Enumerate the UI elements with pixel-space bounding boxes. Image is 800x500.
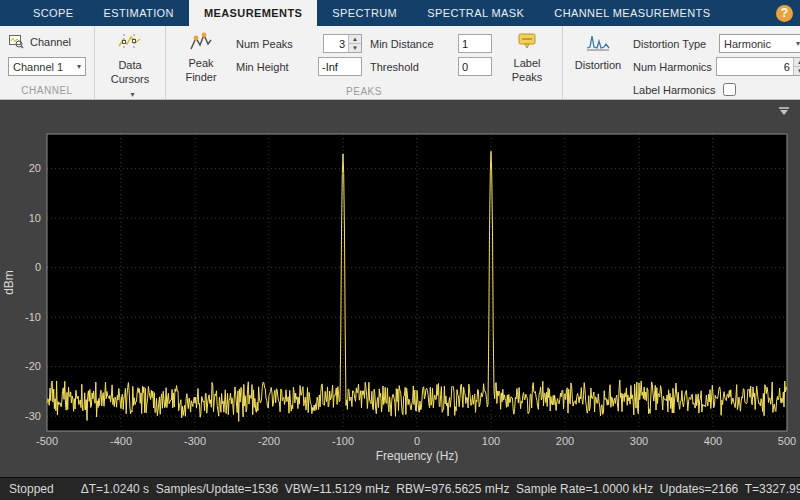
status-state: Stopped: [9, 482, 54, 496]
chevron-down-icon: ▾: [130, 90, 134, 99]
svg-text:-500: -500: [36, 435, 58, 447]
toolbar: Channel Channel 1 ▾ CHANNEL Data Cursors…: [0, 26, 800, 100]
channel-select-value: Channel 1: [13, 61, 63, 73]
num-peaks-label: Num Peaks: [236, 38, 293, 50]
svg-text:0: 0: [414, 435, 420, 447]
peaks-section: Peak Finder Num Peaks ▲▼ Min Height: [166, 26, 563, 99]
num-harmonics-spinner[interactable]: ▲▼: [716, 57, 800, 76]
label-peaks-label: Label Peaks: [503, 57, 551, 85]
tab-estimation[interactable]: ESTIMATION: [89, 0, 189, 26]
chevron-down-icon: ▾: [796, 39, 800, 48]
svg-text:-100: -100: [332, 435, 354, 447]
channel-button[interactable]: Channel: [8, 33, 71, 51]
channel-section: Channel Channel 1 ▾ CHANNEL: [0, 26, 95, 99]
threshold-label: Threshold: [370, 61, 419, 73]
svg-text:0: 0: [35, 261, 41, 273]
tab-spectral-mask[interactable]: SPECTRAL MASK: [412, 0, 539, 26]
plot-region: -500-400-300-200-1000100200300400500-30-…: [0, 100, 800, 477]
tab-bar: SCOPEESTIMATIONMEASUREMENTSSPECTRUMSPECT…: [0, 0, 800, 26]
num-peaks-spinner[interactable]: ▲▼: [323, 34, 362, 53]
spin-down-icon[interactable]: ▼: [794, 67, 800, 75]
threshold-input[interactable]: [458, 57, 492, 76]
distortion-type-select[interactable]: Harmonic ▾: [719, 34, 800, 53]
num-harmonics-input[interactable]: [717, 58, 793, 75]
spin-up-icon[interactable]: ▲: [349, 35, 361, 44]
peak-finder-icon: [190, 32, 212, 54]
num-peaks-input[interactable]: [324, 35, 348, 52]
help-button[interactable]: ?: [776, 5, 793, 22]
tab-measurements[interactable]: MEASUREMENTS: [189, 0, 317, 26]
svg-text:-20: -20: [25, 360, 41, 372]
label-peaks-button[interactable]: Label Peaks: [500, 29, 554, 85]
data-cursors-icon: [118, 32, 142, 56]
label-peaks-icon: [516, 32, 538, 54]
channel-section-label: CHANNEL: [0, 84, 94, 99]
svg-text:-400: -400: [110, 435, 132, 447]
svg-text:300: 300: [630, 435, 648, 447]
peak-finder-label: Peak Finder: [177, 57, 225, 85]
peaks-section-label: PEAKS: [166, 85, 562, 100]
svg-text:Frequency (Hz): Frequency (Hz): [376, 449, 459, 463]
svg-text:-10: -10: [25, 311, 41, 323]
spin-down-icon[interactable]: ▼: [349, 44, 361, 52]
svg-text:100: 100: [482, 435, 500, 447]
svg-text:500: 500: [778, 435, 796, 447]
tab-bar-tabs: SCOPEESTIMATIONMEASUREMENTSSPECTRUMSPECT…: [0, 0, 725, 26]
status-bar: Stopped ΔT=1.0240 s Samples/Update=1536 …: [0, 477, 800, 500]
channel-button-label: Channel: [30, 36, 71, 48]
distortion-button[interactable]: Distortion: [571, 29, 625, 99]
distortion-section: Distortion Distortion Type Harmonic ▾ Nu…: [563, 26, 800, 99]
channel-icon: [8, 33, 24, 51]
spin-up-icon[interactable]: ▲: [794, 58, 800, 67]
svg-text:10: 10: [29, 212, 41, 224]
peak-finder-button[interactable]: Peak Finder: [174, 29, 228, 85]
data-cursors-button[interactable]: Data Cursors ▾: [103, 29, 157, 100]
status-metrics: ΔT=1.0240 s Samples/Update=1536 VBW=11.5…: [81, 482, 800, 496]
cursors-section: Data Cursors ▾ CURSORS: [95, 26, 166, 99]
svg-text:-30: -30: [25, 410, 41, 422]
tab-scope[interactable]: SCOPE: [18, 0, 89, 26]
svg-text:20: 20: [29, 162, 41, 174]
channel-select[interactable]: Channel 1 ▾: [8, 57, 86, 76]
tab-channel-measurements[interactable]: CHANNEL MEASUREMENTS: [539, 0, 725, 26]
svg-text:-300: -300: [184, 435, 206, 447]
distortion-type-label: Distortion Type: [633, 38, 706, 50]
svg-text:dBm: dBm: [2, 270, 16, 295]
label-harmonics-label: Label Harmonics: [633, 84, 716, 96]
min-distance-label: Min Distance: [370, 38, 434, 50]
svg-text:200: 200: [556, 435, 574, 447]
distortion-type-value: Harmonic: [724, 38, 771, 50]
min-distance-input[interactable]: [458, 34, 492, 53]
spectrum-analyzer-window: SCOPEESTIMATIONMEASUREMENTSSPECTRUMSPECT…: [0, 0, 800, 500]
distortion-icon: [586, 32, 610, 56]
num-harmonics-label: Num Harmonics: [633, 61, 712, 73]
label-harmonics-checkbox[interactable]: [723, 83, 736, 96]
distortion-button-label: Distortion: [574, 59, 622, 73]
min-height-input[interactable]: [318, 57, 362, 76]
data-cursors-label: Data Cursors: [111, 59, 150, 85]
collapse-toolstrip-icon[interactable]: [776, 104, 792, 116]
svg-text:400: 400: [704, 435, 722, 447]
chevron-down-icon: ▾: [77, 62, 81, 71]
spectrum-plot[interactable]: -500-400-300-200-1000100200300400500-30-…: [0, 100, 800, 477]
svg-text:-200: -200: [258, 435, 280, 447]
tab-spectrum[interactable]: SPECTRUM: [317, 0, 412, 26]
min-height-label: Min Height: [236, 61, 289, 73]
